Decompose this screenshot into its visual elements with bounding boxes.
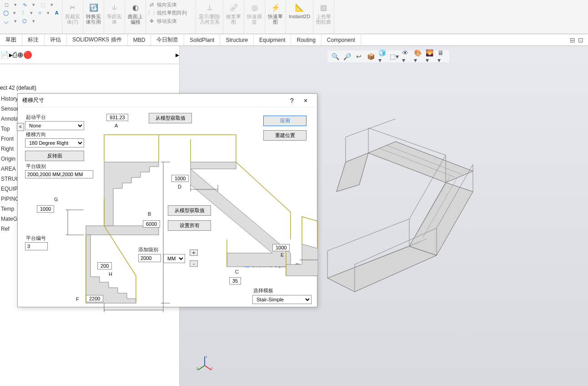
dim-C[interactable]: 35 (229, 277, 241, 284)
prev-view-icon[interactable]: ↩ (355, 52, 363, 61)
circle-icon[interactable]: ◯ (3, 9, 10, 16)
tab-today[interactable]: 今日制造 (151, 34, 184, 46)
dim-F-label: F (76, 296, 79, 302)
feature-tree-icon[interactable]: 📄▸ (0, 51, 13, 59)
move-icon: ✥ (148, 17, 155, 25)
repair-sketch-button: 🩹修复草 图 (223, 0, 244, 34)
linear-pattern-icon: ⋮⋮ (148, 9, 155, 16)
display-style-icon[interactable]: ⬚▾ (390, 52, 398, 61)
svg-text:z: z (206, 355, 207, 358)
appearance-drop-icon[interactable]: 🎨▾ (414, 52, 422, 61)
show-relations-button: ⊥显示/删除 几何关系 (196, 0, 223, 34)
tab-annotation[interactable]: 标注 (22, 34, 45, 46)
tab-mbd[interactable]: MBD (128, 34, 151, 46)
tab-collapse-icon[interactable]: ⊟ (570, 36, 575, 44)
arc-icon[interactable]: ◡ (3, 17, 10, 25)
stair-dimension-dialog: 楼梯尺寸 ? × < 起动平台 None 楼梯方向 180 Degree Rig… (17, 93, 317, 307)
tab-equipment[interactable]: Equipment (254, 34, 291, 46)
render-icon[interactable]: 🖥▾ (437, 52, 446, 61)
view-triad: z x y (196, 354, 214, 372)
tab-routing[interactable]: Routing (291, 34, 321, 46)
close-button[interactable]: × (299, 97, 312, 104)
tab-structure[interactable]: Structure (220, 34, 254, 46)
svg-marker-0 (327, 246, 437, 292)
tab-evaluate[interactable]: 评估 (45, 34, 67, 46)
zoom-area-icon[interactable]: 🔎 (343, 52, 351, 61)
dim-G-label: G (54, 197, 58, 202)
platform-level-label: 平台级别 (26, 163, 46, 169)
stair-3d-model (318, 110, 500, 301)
spline-icon[interactable]: ∿ (21, 1, 28, 8)
dim-E-label: E (281, 252, 284, 258)
dim-B[interactable]: 6000 (143, 220, 160, 228)
tab-sketch[interactable]: 草图 (0, 34, 22, 46)
tab-solidplant[interactable]: SolidPlant (184, 34, 220, 46)
platform-no-label: 平台编号 (26, 235, 46, 241)
dim-G[interactable]: 1000 (37, 205, 54, 213)
dim-H-label: H (109, 271, 112, 277)
dim-D-label: D (178, 184, 181, 189)
start-platform-label: 起动平台 (26, 114, 46, 120)
sketch-corner-icon[interactable]: ◻ (3, 1, 10, 8)
dim-A[interactable]: 931.23 (106, 114, 128, 121)
shade-sketch-button: ▨上色草 图轮廓 (313, 0, 334, 34)
crop-entity-button: ✂剪裁实 体(T) (62, 0, 83, 34)
tab-bar: 草图 标注 评估 SOLIDWORKS 插件 MBD 今日制造 SolidPla… (0, 34, 588, 46)
dim-B-label: B (148, 211, 151, 217)
offset-icon: ⫝ (109, 2, 120, 13)
dialog-titlebar[interactable]: 楼梯尺寸 ? × (18, 94, 317, 107)
svg-line-28 (198, 366, 205, 370)
orient-icon[interactable]: 🧊▾ (378, 52, 387, 61)
quicksketch-icon: ⚡ (270, 2, 281, 13)
svg-marker-2 (368, 142, 473, 183)
svg-line-17 (346, 119, 396, 137)
svg-rect-31 (191, 162, 236, 169)
tab-corner-controls: ⊟ ⊡ (570, 34, 588, 46)
snap-icon: ◎ (249, 2, 260, 13)
property-icon[interactable]: ⎙ (13, 51, 17, 59)
instant2d-icon: 📐 (294, 2, 305, 13)
svg-marker-1 (409, 183, 473, 255)
zoom-fit-icon[interactable]: 🔍 (331, 52, 339, 61)
svg-marker-3 (337, 153, 368, 192)
panel-collapse-button[interactable]: < (17, 123, 24, 131)
mirror-icon: ⇄ (148, 1, 155, 8)
hide-show-icon[interactable]: 👁▾ (402, 52, 410, 61)
dim-C-label: C (235, 269, 239, 274)
quick-sketch-button[interactable]: ⚡快速草 图 (265, 0, 286, 34)
tab-expand-icon[interactable]: ⊡ (578, 36, 583, 44)
tab-sw-addins[interactable]: SOLIDWORKS 插件 (67, 34, 128, 46)
surface-offset-button[interactable]: ◐曲面上 偏移 (125, 0, 146, 34)
text-icon[interactable]: A (53, 9, 60, 16)
dim-F[interactable]: 2200 (86, 295, 103, 302)
help-button[interactable]: ? (285, 97, 299, 104)
scissors-icon: ✂ (67, 2, 78, 13)
scene-icon[interactable]: 🌄▾ (426, 52, 434, 61)
panel-arrow-icon[interactable]: ▸ (176, 51, 179, 59)
display-icon[interactable]: ⊕ (17, 51, 23, 59)
svg-line-26 (205, 366, 211, 370)
ribbon-smalltools: ◻▾∿▾⬚▾ ◯▾⋮▾○▾A ◡▾⬡▾ (1, 0, 62, 34)
surface-icon: ◐ (130, 2, 141, 13)
tab-component[interactable]: Component (322, 34, 361, 46)
ellipse-icon[interactable]: ○ (36, 9, 43, 16)
appearance-icon[interactable]: 🔴 (23, 51, 32, 59)
dialog-title-text: 楼梯尺寸 (22, 96, 44, 104)
convert-entity-button[interactable]: 🔃转换实 体引用 (83, 0, 104, 34)
direction-label: 楼梯方向 (26, 132, 46, 137)
platform-no-input[interactable] (25, 242, 48, 250)
relations-icon: ⊥ (204, 2, 215, 13)
dim-E[interactable]: 1000 (272, 244, 290, 251)
ribbon-toolbar: ◻▾∿▾⬚▾ ◯▾⋮▾○▾A ◡▾⬡▾ ✂剪裁实 体(T) 🔃转换实 体引用 ⫝… (0, 0, 588, 34)
section-view-icon[interactable]: 📦 (367, 52, 375, 61)
svg-text:y: y (196, 366, 198, 370)
dim-D[interactable]: 1000 (171, 175, 189, 182)
polygon-icon[interactable]: ⬡ (21, 17, 28, 25)
point-icon[interactable]: ⋮ (20, 9, 26, 16)
svg-line-12 (327, 219, 409, 251)
repair-icon: 🩹 (228, 2, 239, 13)
instant2d-button[interactable]: 📐Instant2D (286, 0, 313, 34)
dim-H[interactable]: 200 (97, 262, 112, 269)
convert-icon: 🔃 (88, 2, 99, 13)
select-icon[interactable]: ⬚ (39, 1, 46, 8)
